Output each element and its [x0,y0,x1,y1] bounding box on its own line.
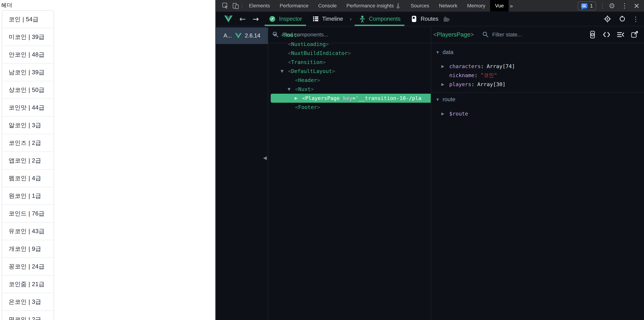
app-name: A... [224,33,232,39]
back-arrow-icon[interactable]: ← [240,15,246,24]
tree-node-header[interactable]: <Header> [268,76,431,85]
list-item[interactable]: 코인즈 | 2급 [2,134,54,152]
tag-text: <Nuxt> [295,85,314,94]
list-item[interactable]: 코인줌 | 21급 [2,275,54,293]
list-item[interactable]: 앱코인 | 2급 [2,152,54,170]
vue-main-tabs: Inspector Timeline [264,12,348,26]
issues-bubble-icon [581,3,588,9]
devtools-tab-sources[interactable]: Sources [406,0,434,12]
tree-node-footer[interactable]: <Footer> [268,103,431,112]
state-section-data[interactable]: ▼data [431,48,644,57]
list-item[interactable]: 유코인 | 43급 [2,222,54,240]
devtools-tab-elements[interactable]: Elements [244,0,275,12]
vue-logo-small-icon [235,33,242,38]
code-brackets-icon[interactable] [602,31,610,39]
vue-tab-routes[interactable]: Routes [406,12,455,26]
expanded-arrow-icon[interactable]: ▼ [436,50,442,54]
scroll-to-component-icon[interactable] [617,31,624,39]
screen: 헤더 코인 | 54급미코인 | 39급안코인 | 48급남코인 | 39급샹코… [0,0,644,320]
list-item[interactable]: 명코인 | 2급 [2,311,54,320]
expanded-arrow-icon[interactable]: ▼ [280,67,288,76]
list-item[interactable]: 코인드 | 76급 [2,205,54,222]
section-divider [431,92,644,93]
tree-node-transition[interactable]: <Transition> [268,58,431,67]
player-list: 코인 | 54급미코인 | 39급안코인 | 48급남코인 | 39급샹코인 |… [2,10,54,320]
search-icon [482,31,489,38]
component-tree: ▼<Root><NuxtLoading><NuxtBuildIndicator>… [268,31,431,112]
devtools-tab-console[interactable]: Console [313,0,342,12]
more-tabs-chevron-icon[interactable]: » [510,3,513,9]
devtools-tab-network[interactable]: Network [434,0,462,12]
kebab-menu-icon[interactable]: ⋮ [621,3,628,9]
collapsed-arrow-icon[interactable]: ▶ [441,64,449,69]
state-field-nickname[interactable]: nickname:"코인" [431,71,644,80]
expanded-arrow-icon[interactable]: ▼ [274,31,281,40]
select-target-icon[interactable] [604,15,611,23]
tree-node-root[interactable]: ▼<Root> [268,31,431,40]
refresh-icon[interactable] [618,15,626,23]
page-header: 헤더 [1,2,12,9]
tag-text: <DefaultLayout> [288,67,335,76]
tab-label: Network [439,3,457,9]
state-field-characters[interactable]: ▶characters:Array[74] [431,62,644,71]
tree-node-playerspage[interactable]: ▶<PlayersPage key='__transition-10-/pla [271,94,431,103]
tag-text: <Footer> [295,103,320,112]
app-selector-item[interactable]: A... 2.6.14 [216,27,268,44]
tree-node-nuxtloading[interactable]: <NuxtLoading> [268,40,431,49]
list-item[interactable]: 펨코인 | 4급 [2,170,54,187]
inspect-dom-icon[interactable] [588,31,596,39]
list-item[interactable]: 원코인 | 1급 [2,187,54,205]
list-item[interactable]: 코인맛 | 44급 [2,99,54,117]
selected-component-tag: <PlayersPage> [433,31,474,38]
tag-text: <PlayersPage key='__transition-10-/pla [302,94,422,103]
devtools-tab-performance[interactable]: Performance [275,0,313,12]
vue-tab-components[interactable]: Components [354,12,406,26]
collapsed-arrow-icon[interactable]: ▶ [441,82,449,87]
tree-node-nuxtbuildindicator[interactable]: <NuxtBuildIndicator> [268,49,431,58]
collapsed-arrow-icon[interactable]: ▶ [441,112,449,116]
tree-node-nuxt[interactable]: ▼<Nuxt> [268,85,431,94]
vue-body: Find A... 2.6.14 ◀ Find compone [216,26,644,320]
list-item[interactable]: 코인 | 54급 [2,11,54,28]
expanded-arrow-icon[interactable]: ▼ [288,85,295,94]
devtools-tab-vue[interactable]: Vue [490,0,509,12]
state-field-players[interactable]: ▶players:Array[30] [431,80,644,89]
field-colon: : [481,63,484,69]
list-item[interactable]: 미코인 | 39급 [2,28,54,46]
list-item[interactable]: 개코인 | 9급 [2,240,54,258]
field-key: players [449,81,471,87]
device-toolbar-icon[interactable] [232,2,240,9]
list-item[interactable]: 알코인 | 3급 [2,117,54,134]
issues-indicator[interactable]: 1 [578,2,596,10]
person-icon [358,15,366,23]
vue-inspector-tabs: Components Routes [354,12,455,26]
component-state-pane: <PlayersPage> Filter state... ▼data▶char… [431,26,644,320]
list-item[interactable]: 남코인 | 39급 [2,64,54,81]
state-section-route[interactable]: ▼route [431,95,644,104]
list-item[interactable]: 꽁코인 | 24급 [2,258,54,275]
section-label: route [442,96,455,103]
devtools-tab-performance-insights[interactable]: Performance insights [342,0,406,12]
toolbar-divider [242,3,242,9]
list-item[interactable]: 은코인 | 3급 [2,293,54,311]
inspect-cursor-icon[interactable] [222,2,229,9]
devtools-tabbar-right: 1 ⚙ ⋮ × [578,1,639,11]
tag-text: <NuxtLoading> [288,40,329,49]
close-icon[interactable]: × [634,1,639,11]
forward-arrow-icon[interactable]: → [252,15,259,24]
vue-tab-timeline[interactable]: Timeline [307,12,348,26]
filter-state-placeholder: Filter state... [492,32,522,38]
collapse-pane-icon[interactable]: ◀ [263,155,267,161]
kebab-menu-icon[interactable]: ⋮ [632,15,639,23]
tree-node-defaultlayout[interactable]: ▼<DefaultLayout> [268,67,431,76]
open-in-editor-icon[interactable] [631,31,638,39]
settings-gear-icon[interactable]: ⚙ [609,2,615,9]
expanded-arrow-icon[interactable]: ▼ [436,98,442,101]
list-item[interactable]: 샹코인 | 50급 [2,81,54,99]
state-field-route[interactable]: ▶$route [431,109,644,118]
list-item[interactable]: 안코인 | 48급 [2,46,54,64]
vue-tab-inspector[interactable]: Inspector [264,12,307,26]
devtools-tab-memory[interactable]: Memory [462,0,490,12]
collapsed-arrow-icon[interactable]: ▶ [295,94,302,103]
field-colon: : [471,81,474,87]
